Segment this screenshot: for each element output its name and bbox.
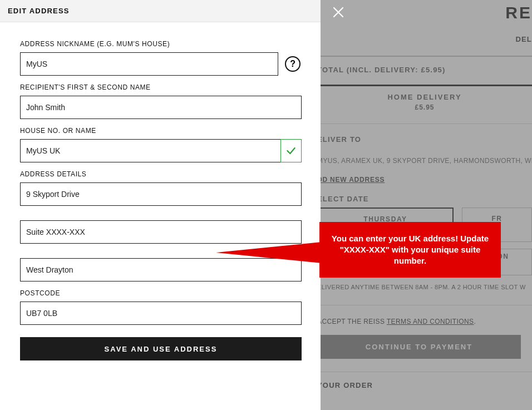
callout-arrow-icon xyxy=(216,242,322,263)
instruction-callout: You can enter your UK address! Update "X… xyxy=(216,222,501,278)
help-icon[interactable]: ? xyxy=(285,56,301,72)
house-label: HOUSE NO. OR NAME xyxy=(20,127,301,135)
nickname-input[interactable] xyxy=(20,52,278,76)
svg-marker-0 xyxy=(216,242,322,263)
nickname-label: ADDRESS NICKNAME (E.G. MUM'S HOUSE) xyxy=(20,40,301,48)
panel-title: EDIT ADDRESS xyxy=(0,0,321,22)
modal-backdrop[interactable] xyxy=(321,0,532,410)
address-details-label: ADDRESS DETAILS xyxy=(20,170,301,178)
postcode-input[interactable] xyxy=(20,302,302,325)
edit-address-panel: EDIT ADDRESS ADDRESS NICKNAME (E.G. MUM'… xyxy=(0,0,321,410)
callout-text: You can enter your UK address! Update "X… xyxy=(319,222,501,278)
recipient-label: RECIPIENT'S FIRST & SECOND NAME xyxy=(20,83,301,91)
address-line1-input[interactable] xyxy=(20,182,302,206)
recipient-input[interactable] xyxy=(20,96,302,119)
postcode-label: POSTCODE xyxy=(20,289,301,297)
house-input[interactable] xyxy=(20,139,302,162)
close-icon[interactable] xyxy=(332,6,345,19)
save-and-use-address-button[interactable]: SAVE AND USE ADDRESS xyxy=(20,337,302,360)
